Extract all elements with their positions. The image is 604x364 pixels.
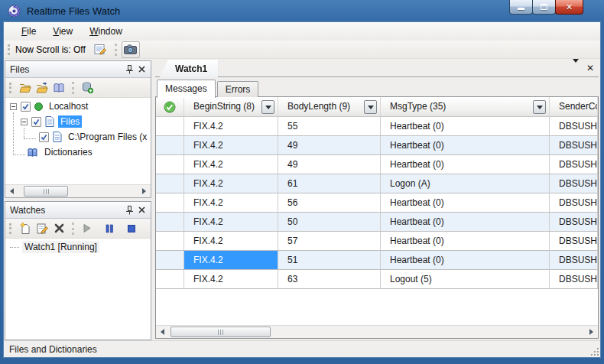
minimize-button[interactable] xyxy=(509,0,533,15)
maximize-button[interactable] xyxy=(532,0,556,15)
resize-grip[interactable] xyxy=(589,346,599,356)
tab-errors[interactable]: Errors xyxy=(217,81,259,97)
table-cell[interactable]: DBSUSH xyxy=(550,155,598,174)
pause-watch-button[interactable] xyxy=(102,221,117,236)
scroll-left-arrow[interactable] xyxy=(156,326,169,338)
pin-icon[interactable] xyxy=(123,63,135,76)
watches-toolbar-grip[interactable] xyxy=(9,223,11,234)
table-cell[interactable]: 56 xyxy=(278,193,381,212)
title-bar[interactable]: Realtime Files Watch ✕ xyxy=(0,0,604,21)
table-cell[interactable]: Logout (5) xyxy=(381,270,550,288)
table-cell[interactable]: Heartbeat (0) xyxy=(381,117,550,135)
pin-icon[interactable] xyxy=(123,204,135,216)
delete-watch-button[interactable] xyxy=(51,221,67,236)
table-cell[interactable]: Logon (A) xyxy=(381,174,550,193)
table-cell[interactable]: DBSUSH xyxy=(550,174,598,193)
table-row[interactable]: FIX.4.249Heartbeat (0)DBSUSH xyxy=(156,155,598,174)
watches-panel-header[interactable]: Watches xyxy=(5,202,151,219)
close-panel-icon[interactable] xyxy=(135,63,148,76)
table-cell[interactable]: 51 xyxy=(278,251,381,269)
scroll-thumb[interactable] xyxy=(24,186,68,197)
file-checkbox[interactable] xyxy=(39,132,49,142)
row-status-cell[interactable] xyxy=(156,117,184,135)
scroll-right-arrow[interactable] xyxy=(138,185,151,197)
table-cell[interactable]: 49 xyxy=(278,136,381,154)
table-cell[interactable]: 61 xyxy=(278,174,381,193)
tree-item-watch1[interactable]: Watch1 [Running] xyxy=(5,239,151,255)
table-cell[interactable]: Heartbeat (0) xyxy=(381,213,550,231)
tree-item-file-path[interactable]: C:\Program Files (x xyxy=(5,129,151,145)
table-cell[interactable]: 57 xyxy=(278,232,381,250)
close-button[interactable]: ✕ xyxy=(555,0,583,15)
scroll-right-arrow[interactable] xyxy=(585,326,598,338)
add-database-button[interactable] xyxy=(80,80,95,96)
scroll-thumb[interactable] xyxy=(170,327,271,337)
import-file-button[interactable] xyxy=(34,80,50,96)
localhost-checkbox[interactable] xyxy=(21,102,31,112)
table-cell[interactable]: FIX.4.2 xyxy=(184,232,278,250)
new-watch-button[interactable] xyxy=(18,221,33,236)
table-cell[interactable]: FIX.4.2 xyxy=(184,174,278,193)
close-document-button[interactable]: ✕ xyxy=(586,63,594,73)
table-cell[interactable]: FIX.4.2 xyxy=(184,251,278,269)
start-watch-button[interactable] xyxy=(80,221,95,236)
files-checkbox[interactable] xyxy=(31,117,41,127)
filter-dropdown-button[interactable] xyxy=(261,100,274,114)
collapse-icon[interactable] xyxy=(21,119,28,125)
table-cell[interactable]: 49 xyxy=(278,155,381,174)
add-file-button[interactable] xyxy=(18,80,33,96)
close-panel-icon[interactable] xyxy=(135,204,148,216)
edit-watch-button[interactable] xyxy=(34,221,50,236)
table-cell[interactable]: Heartbeat (0) xyxy=(381,251,550,269)
tree-item-files[interactable]: Files xyxy=(5,114,151,129)
table-row[interactable]: FIX.4.255Heartbeat (0)DBSUSH xyxy=(156,117,598,136)
files-hscrollbar[interactable] xyxy=(5,184,151,197)
table-cell[interactable]: 50 xyxy=(278,213,381,231)
table-cell[interactable]: Heartbeat (0) xyxy=(381,155,550,174)
scroll-left-arrow[interactable] xyxy=(5,185,18,197)
row-status-cell[interactable] xyxy=(156,213,184,231)
row-status-cell[interactable] xyxy=(156,174,184,193)
table-cell[interactable]: FIX.4.2 xyxy=(184,136,278,154)
row-status-cell[interactable] xyxy=(156,232,184,250)
table-cell[interactable]: FIX.4.2 xyxy=(184,213,278,231)
row-status-cell[interactable] xyxy=(156,155,184,174)
menu-view[interactable]: View xyxy=(46,23,80,40)
files-toolbar-grip[interactable] xyxy=(9,83,11,93)
table-cell[interactable]: DBSUSH xyxy=(550,193,598,212)
table-row[interactable]: FIX.4.257Heartbeat (0)DBSUSH xyxy=(156,232,598,251)
active-files-dropdown[interactable] xyxy=(573,63,579,73)
table-row[interactable]: FIX.4.250Heartbeat (0)DBSUSH xyxy=(156,213,598,232)
table-row[interactable]: FIX.4.251Heartbeat (0)DBSUSH xyxy=(156,251,598,270)
row-status-cell[interactable] xyxy=(156,270,184,288)
table-row[interactable]: FIX.4.249Heartbeat (0)DBSUSH xyxy=(156,136,598,155)
menu-window[interactable]: Window xyxy=(83,23,129,40)
filter-dropdown-button[interactable] xyxy=(364,100,377,114)
header-bodylength[interactable]: BodyLength (9) xyxy=(278,97,381,116)
toggle-scroll-button[interactable] xyxy=(92,41,110,58)
header-sendercompid[interactable]: SenderCom xyxy=(550,97,598,116)
table-cell[interactable]: FIX.4.2 xyxy=(184,155,278,174)
snapshot-button[interactable] xyxy=(122,41,140,58)
tab-watch1[interactable]: Watch1 xyxy=(160,60,218,77)
table-row[interactable]: FIX.4.256Heartbeat (0)DBSUSH xyxy=(156,193,598,213)
menu-file[interactable]: File xyxy=(15,23,43,40)
table-row[interactable]: FIX.4.261Logon (A)DBSUSH xyxy=(156,174,598,193)
table-cell[interactable]: 55 xyxy=(278,117,381,135)
row-status-cell[interactable] xyxy=(156,251,184,269)
table-cell[interactable]: DBSUSH xyxy=(550,251,598,269)
table-cell[interactable]: Heartbeat (0) xyxy=(381,232,550,250)
open-dictionary-button[interactable] xyxy=(51,80,67,96)
row-status-cell[interactable] xyxy=(156,136,184,154)
files-panel-header[interactable]: Files xyxy=(5,61,151,78)
filter-dropdown-button[interactable] xyxy=(533,100,546,114)
tree-item-localhost[interactable]: Localhost xyxy=(5,99,151,114)
toolbar-grip[interactable] xyxy=(8,44,10,55)
table-cell[interactable]: 63 xyxy=(278,270,381,288)
table-cell[interactable]: FIX.4.2 xyxy=(184,270,278,288)
stop-watch-button[interactable] xyxy=(124,221,139,236)
table-cell[interactable]: DBSUSH xyxy=(550,136,598,154)
table-cell[interactable]: Heartbeat (0) xyxy=(381,193,550,212)
table-cell[interactable]: FIX.4.2 xyxy=(184,117,278,135)
collapse-icon[interactable] xyxy=(10,103,17,110)
